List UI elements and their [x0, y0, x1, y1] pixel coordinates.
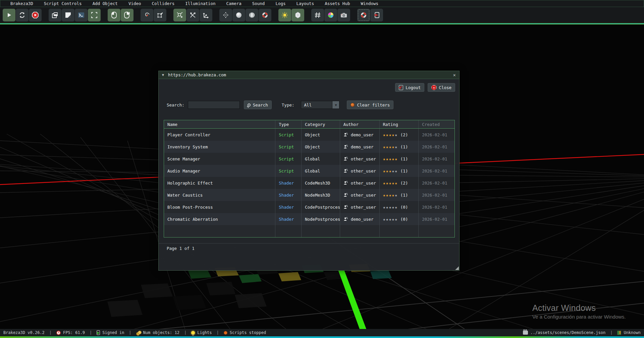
search-input[interactable]	[188, 101, 240, 109]
spiral-button[interactable]	[141, 9, 153, 21]
asset-author: other_user	[340, 153, 380, 165]
menu-brakeza3d[interactable]: Brakeza3D	[5, 1, 39, 6]
camera-button[interactable]	[337, 9, 350, 21]
lifebuoy-button[interactable]	[259, 9, 271, 21]
windows-stack-icon	[52, 12, 58, 18]
sphere-icon	[235, 12, 242, 18]
asset-name: Player Controller	[164, 129, 275, 141]
clear-filters-button[interactable]: Clear filters	[347, 100, 393, 109]
resize-grip[interactable]	[455, 266, 459, 270]
menu-colliders[interactable]: Colliders	[147, 1, 180, 6]
window-corner-icon	[65, 12, 71, 18]
logout-button[interactable]: Logout	[395, 83, 424, 92]
menu-illumination[interactable]: Illumination	[180, 1, 221, 6]
user-icon	[343, 193, 348, 197]
stop-button[interactable]	[29, 9, 42, 21]
reload-button[interactable]	[16, 9, 29, 21]
table-row[interactable]: Holographic EffectShaderCodeMesh3Dother_…	[164, 177, 454, 189]
gem-button[interactable]	[291, 9, 304, 21]
menu-add-object[interactable]: Add Object	[87, 1, 123, 6]
asset-rating: ★★★★★(0)	[380, 213, 419, 225]
collapse-icon[interactable]: ▼	[162, 73, 164, 77]
stop-icon	[32, 12, 39, 18]
menu-assets-hub[interactable]: Assets Hub	[319, 1, 355, 6]
window-corner-button[interactable]	[62, 9, 74, 21]
pagination-divider	[159, 243, 459, 244]
col-created[interactable]: Created	[419, 120, 454, 128]
search-icon	[248, 104, 251, 107]
mouse-left-button[interactable]	[108, 9, 120, 21]
menu-windows[interactable]: Windows	[355, 1, 384, 6]
asset-created: 2026-02-01	[419, 201, 454, 213]
asset-type: Shader	[275, 189, 302, 201]
asset-rating: ★★★★★(1)	[380, 165, 419, 177]
dialog-close-icon[interactable]: ×	[453, 72, 456, 78]
console-button[interactable]	[75, 9, 88, 21]
user-icon	[343, 132, 348, 137]
menu-camera[interactable]: Camera	[221, 1, 247, 6]
watermark-title: Activar Windows	[532, 303, 626, 313]
asset-author: other_user	[340, 165, 380, 177]
table-row[interactable]: Bloom Post-ProcessShaderCodePostprocessi…	[164, 201, 454, 213]
user-icon	[343, 168, 348, 173]
grid-button[interactable]	[311, 9, 324, 21]
col-type[interactable]: Type	[275, 120, 302, 128]
dialog-titlebar[interactable]: ▼ https://hub.brakeza.com ×	[159, 71, 459, 79]
axes-button[interactable]	[200, 9, 212, 21]
play-icon	[6, 12, 12, 18]
bezier-pen-button[interactable]	[154, 9, 166, 21]
assets-hub-dialog: ▼ https://hub.brakeza.com × Logout ✕ Clo…	[158, 71, 460, 271]
table-row[interactable]: Chromatic AberrationShaderNodePostproces…	[164, 213, 454, 225]
type-label: Type:	[282, 103, 294, 108]
col-author[interactable]: Author	[340, 120, 380, 128]
menu-logs[interactable]: Logs	[270, 1, 291, 6]
selection-box-button[interactable]	[88, 9, 101, 21]
asset-created: 2026-02-01	[419, 177, 454, 189]
user-icon	[343, 156, 348, 161]
asset-rating: ★★★★★(1)	[380, 189, 419, 201]
logout-label: Logout	[406, 85, 421, 90]
color-wheel-button[interactable]	[324, 9, 337, 21]
asset-name: Scene Manager	[164, 153, 275, 165]
sun-icon	[281, 12, 288, 18]
watermark-subtitle: Ve a Configuración para activar Windows.	[532, 314, 626, 320]
mouse-right-button[interactable]	[121, 9, 133, 21]
zoom-orbit-button[interactable]	[173, 9, 186, 21]
toolbar	[0, 7, 644, 23]
play-button[interactable]	[3, 9, 15, 21]
search-button[interactable]: Search	[244, 100, 272, 109]
scripts-stopped-icon	[224, 331, 227, 335]
menu-video[interactable]: Video	[123, 1, 147, 6]
help-lifebuoy-button[interactable]	[357, 9, 370, 21]
asset-category: NodePostprocessing	[302, 213, 340, 225]
chevron-down-icon[interactable]: ▼	[332, 101, 339, 109]
col-rating[interactable]: Rating	[380, 120, 419, 128]
close-button[interactable]: ✕ Close	[428, 83, 455, 92]
col-name[interactable]: Name	[164, 120, 275, 128]
asset-author: demo_user	[340, 213, 380, 225]
status-separator: |	[184, 330, 186, 335]
table-row[interactable]: Inventory SystemScriptObjectdemo_user★★★…	[164, 141, 454, 153]
asset-type: Shader	[275, 213, 302, 225]
table-row[interactable]: Scene ManagerScriptGlobalother_user★★★★★…	[164, 153, 454, 165]
menu-script-controls[interactable]: Script Controls	[39, 1, 87, 6]
sphere-button[interactable]	[232, 9, 245, 21]
windows-stack-button[interactable]	[49, 9, 61, 21]
status-scene-path: ../assets/scenes/DemoScene.json	[523, 330, 605, 335]
table-row[interactable]: Audio ManagerScriptGlobalother_user★★★★★…	[164, 165, 454, 177]
col-category[interactable]: Category	[302, 120, 340, 128]
dot-matrix-button[interactable]	[219, 9, 232, 21]
star-rating-icons: ★★★★★	[383, 217, 398, 222]
sun-button[interactable]	[278, 9, 291, 21]
type-select[interactable]: All ▼	[301, 101, 339, 109]
table-row[interactable]: Water CausticsShaderNodeMesh3Dother_user…	[164, 189, 454, 201]
menu-layouts[interactable]: Layouts	[291, 1, 319, 6]
bottom-accent-bar	[0, 336, 644, 338]
exit-button[interactable]	[370, 9, 383, 21]
table-row[interactable]: Player ControllerScriptObjectdemo_user★★…	[164, 129, 454, 141]
menu-sound[interactable]: Sound	[247, 1, 270, 6]
orbit-button[interactable]	[186, 9, 199, 21]
status-separator: |	[49, 330, 52, 335]
globe-button[interactable]	[246, 9, 258, 21]
asset-category: CodeMesh3D	[302, 177, 340, 189]
